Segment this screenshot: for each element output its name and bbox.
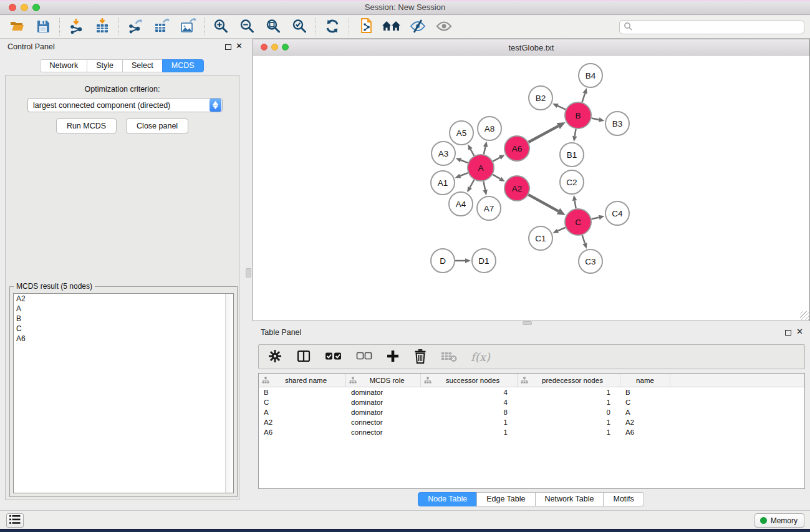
table-cell[interactable]: C xyxy=(620,397,670,407)
refresh-button[interactable] xyxy=(319,17,345,37)
graph-edge-B-B3[interactable] xyxy=(592,118,599,119)
show-all-button[interactable] xyxy=(431,17,457,37)
tab-node-table[interactable]: Node Table xyxy=(418,492,477,506)
table-cell[interactable]: connector xyxy=(346,427,421,437)
export-network-button[interactable] xyxy=(122,17,148,37)
zoom-fit-button[interactable] xyxy=(260,17,286,37)
tab-mcds[interactable]: MCDS xyxy=(162,59,204,72)
table-cell[interactable]: 1 xyxy=(518,427,620,437)
table-float-panel-icon[interactable] xyxy=(785,330,791,336)
table-cell[interactable]: 1 xyxy=(421,427,518,437)
table-cell[interactable]: 4 xyxy=(421,397,518,407)
hide-selected-button[interactable] xyxy=(405,17,431,37)
table-row[interactable]: Cdominator41C xyxy=(259,397,804,407)
column-header-shared-name[interactable]: shared name xyxy=(259,374,346,387)
graph-edge-B-B1[interactable] xyxy=(575,129,576,137)
result-scrollbar[interactable] xyxy=(225,294,233,493)
table-row[interactable]: Adominator80A xyxy=(259,407,804,417)
first-neighbors-button[interactable] xyxy=(378,17,405,37)
tab-select[interactable]: Select xyxy=(122,59,163,72)
table-cell[interactable]: 4 xyxy=(421,387,518,397)
table-row[interactable]: Bdominator41B xyxy=(259,387,804,397)
run-mcds-button[interactable]: Run MCDS xyxy=(56,118,117,133)
table-cell[interactable]: 1 xyxy=(518,397,620,407)
graph-edge-A-A3[interactable] xyxy=(461,160,468,163)
mcds-result-item[interactable]: A xyxy=(14,304,233,314)
graph-edge-A2-C[interactable] xyxy=(528,195,558,211)
table-cell[interactable]: A xyxy=(620,407,670,417)
table-cell[interactable]: A6 xyxy=(259,427,346,437)
zoom-in-button[interactable] xyxy=(208,17,234,37)
new-network-from-selection-button[interactable] xyxy=(352,17,378,37)
hide-columns-button[interactable] xyxy=(356,351,372,363)
table-cell[interactable]: dominator xyxy=(346,407,421,417)
delete-column-button[interactable] xyxy=(413,349,427,365)
mcds-result-list[interactable]: A2ABCA6 xyxy=(13,293,234,493)
table-cell[interactable]: 0 xyxy=(518,407,620,417)
column-header-successor-nodes[interactable]: successor nodes xyxy=(421,374,518,387)
table-row[interactable]: A6connector11A6 xyxy=(259,427,804,437)
table-cell[interactable]: C xyxy=(259,397,346,407)
table-row[interactable]: A2connector11A2 xyxy=(259,417,804,427)
graph-edge-A6-B[interactable] xyxy=(528,126,558,142)
optimization-criterion-dropdown[interactable]: largest connected component (directed) xyxy=(27,98,223,112)
search-input[interactable] xyxy=(632,22,804,33)
column-layout-button[interactable] xyxy=(296,349,311,365)
tab-style[interactable]: Style xyxy=(87,59,123,72)
table-cell[interactable]: connector xyxy=(346,417,421,427)
table-cell[interactable]: 8 xyxy=(421,407,518,417)
network-canvas[interactable]: B4B2BB3A8A5A6B1A3AC2A1A2A4A7C4CC1C3DD1 xyxy=(253,56,809,321)
mcds-result-item[interactable]: A2 xyxy=(14,294,233,304)
close-panel-button[interactable]: Close panel xyxy=(126,118,188,133)
table-cell[interactable]: B xyxy=(259,387,346,397)
graph-edge-C-C3[interactable] xyxy=(582,235,585,243)
table-cell[interactable]: A xyxy=(259,407,346,417)
resize-grip-icon[interactable] xyxy=(800,311,809,320)
mcds-result-item[interactable]: C xyxy=(14,324,233,334)
graph-edge-C-C4[interactable] xyxy=(591,218,599,220)
table-cell[interactable]: 1 xyxy=(518,387,620,397)
node-table[interactable]: shared nameMCDS rolesuccessor nodesprede… xyxy=(258,373,805,489)
graph-edge-B-B4[interactable] xyxy=(582,94,585,102)
graph-edge-A-A6[interactable] xyxy=(493,158,499,162)
vertical-split-handle[interactable] xyxy=(246,268,251,278)
save-session-button[interactable] xyxy=(30,17,56,37)
graph-edge-B-B2[interactable] xyxy=(557,106,566,110)
export-image-button[interactable] xyxy=(175,17,201,37)
graph-edge-C-C1[interactable] xyxy=(558,228,566,231)
column-header-predecessor-nodes[interactable]: predecessor nodes xyxy=(518,374,620,387)
table-cell[interactable]: A2 xyxy=(620,417,670,427)
add-column-button[interactable] xyxy=(386,349,400,365)
tab-network-table[interactable]: Network Table xyxy=(535,492,604,506)
mcds-result-item[interactable]: A6 xyxy=(14,334,233,344)
table-cell[interactable]: A2 xyxy=(259,417,346,427)
graph-edge-A-A4[interactable] xyxy=(470,180,474,187)
import-table-button[interactable] xyxy=(89,17,115,37)
table-cell[interactable]: A6 xyxy=(620,427,670,437)
zoom-selected-button[interactable] xyxy=(286,17,312,37)
tab-motifs[interactable]: Motifs xyxy=(603,492,644,506)
memory-button[interactable]: Memory xyxy=(755,513,804,528)
float-panel-icon[interactable] xyxy=(225,44,231,50)
graph-edge-C-C2[interactable] xyxy=(575,201,576,209)
table-cell[interactable]: B xyxy=(620,387,670,397)
open-session-button[interactable] xyxy=(4,17,30,37)
graph-edge-A-A1[interactable] xyxy=(460,173,468,176)
attributes-settings-button[interactable] xyxy=(268,349,282,365)
table-cell[interactable]: 1 xyxy=(421,417,518,427)
column-header-name[interactable]: name xyxy=(620,374,670,387)
search-box[interactable] xyxy=(619,20,804,34)
zoom-out-button[interactable] xyxy=(234,17,260,37)
import-network-button[interactable] xyxy=(63,17,89,37)
tab-network[interactable]: Network xyxy=(40,59,87,72)
mcds-result-item[interactable]: B xyxy=(14,314,233,324)
graph-edge-A-A5[interactable] xyxy=(471,149,475,156)
export-table-button[interactable] xyxy=(148,17,175,37)
table-cell[interactable]: dominator xyxy=(346,387,421,397)
close-panel-icon[interactable]: ✕ xyxy=(236,41,243,51)
graph-edge-A-A8[interactable] xyxy=(484,147,486,154)
task-history-button[interactable] xyxy=(6,513,24,528)
graph-edge-A-A7[interactable] xyxy=(483,181,485,190)
table-cell[interactable]: 1 xyxy=(518,417,620,427)
table-close-panel-icon[interactable]: ✕ xyxy=(796,327,803,336)
